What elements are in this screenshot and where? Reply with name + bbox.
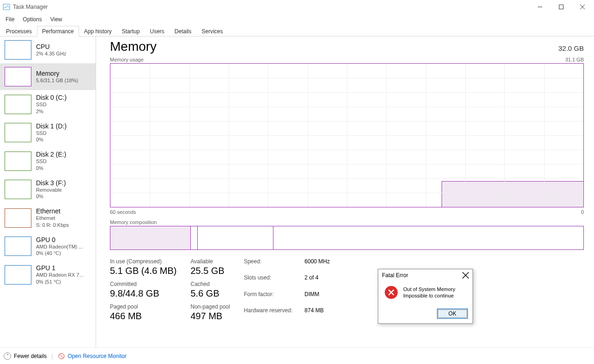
close-button[interactable]: [572, 0, 593, 14]
dialog-close-button[interactable]: [462, 272, 469, 279]
app-title: Task Manager: [13, 4, 48, 10]
sidebar-item-disk-3-f-[interactable]: Disk 3 (F:)Removable0%: [0, 176, 96, 204]
menu-file[interactable]: File: [2, 15, 18, 24]
sidebar-item-sub: SSD: [36, 102, 67, 108]
stat-committed-value: 9.8/44.8 GB: [110, 288, 177, 299]
kv-key: Speed:: [244, 258, 292, 273]
stat-inuse-label: In use (Compressed): [110, 258, 177, 265]
fatal-error-dialog: Fatal Error Out of System Memory Impossi…: [378, 269, 473, 324]
tab-app-history[interactable]: App history: [79, 26, 117, 36]
tab-performance[interactable]: Performance: [37, 26, 79, 36]
sidebar-item-title: GPU 0: [36, 236, 83, 243]
sidebar-item-sub: 2%: [36, 109, 67, 115]
maximize-button[interactable]: [551, 0, 572, 14]
tab-bar: Processes Performance App history Startu…: [0, 25, 594, 36]
kv-value: 2 of 4: [304, 274, 330, 289]
stat-available-value: 25.5 GB: [191, 266, 230, 276]
sidebar-item-sub: 5.6/31.1 GB (18%): [36, 78, 78, 84]
tab-startup[interactable]: Startup: [117, 26, 145, 36]
error-icon: [385, 286, 398, 299]
sidebar-item-title: GPU 1: [36, 264, 84, 272]
sidebar-item-sub: 2% 4.35 GHz: [36, 51, 66, 57]
dialog-message-1: Out of System Memory: [403, 286, 455, 292]
mini-chart: [5, 208, 31, 228]
stat-paged-value: 466 MB: [110, 311, 177, 322]
sidebar-item-sub: 0% (51 °C): [36, 279, 84, 285]
menu-view[interactable]: View: [47, 15, 66, 24]
sidebar-item-sub: SSD: [36, 130, 67, 137]
sidebar-item-disk-2-e-[interactable]: Disk 2 (E:)SSD0%: [0, 147, 96, 176]
open-resource-monitor-link[interactable]: Open Resource Monitor: [58, 352, 127, 360]
svg-rect-2: [559, 5, 564, 9]
stat-paged-label: Paged pool: [110, 303, 177, 310]
mini-chart: [5, 95, 31, 114]
tab-users[interactable]: Users: [145, 26, 169, 36]
sidebar-item-sub: 0% (40 °C): [36, 250, 83, 257]
tab-processes[interactable]: Processes: [1, 26, 37, 36]
memory-usage-chart: [110, 63, 584, 207]
sidebar-item-title: Disk 3 (F:): [36, 179, 66, 187]
sidebar-item-title: CPU: [36, 43, 66, 50]
mini-chart: [5, 152, 31, 171]
mini-chart: [5, 67, 31, 86]
composition-label: Memory composition: [110, 219, 157, 225]
dialog-title: Fatal Error: [382, 272, 408, 279]
memory-pane: Memory 32.0 GB Memory usage 31.1 GB 60 s…: [96, 36, 594, 347]
stat-nonpaged-label: Non-paged pool: [191, 303, 230, 310]
sidebar-item-sub: 0%: [36, 194, 66, 200]
svg-line-6: [60, 354, 63, 358]
tab-services[interactable]: Services: [197, 26, 228, 36]
stat-committed-label: Committed: [110, 281, 177, 287]
sidebar-item-ethernet[interactable]: EthernetEthernetS: 0 R: 0 Kbps: [0, 204, 96, 232]
sidebar-item-disk-1-d-[interactable]: Disk 1 (D:)SSD0%: [0, 119, 96, 147]
sidebar-item-cpu[interactable]: CPU2% 4.35 GHz: [0, 36, 96, 63]
sidebar-item-sub: Ethernet: [36, 215, 69, 222]
kv-value: 6000 MHz: [304, 258, 330, 273]
stat-cached-label: Cached: [191, 281, 230, 287]
sidebar-item-gpu-0[interactable]: GPU 0AMD Radeon(TM) ...0% (40 °C): [0, 232, 96, 261]
footer: ˄ Fewer details | Open Resource Monitor: [0, 347, 594, 364]
minimize-button[interactable]: [529, 0, 551, 14]
chevron-up-icon: ˄: [4, 352, 11, 360]
sidebar-item-title: Disk 1 (D:): [36, 122, 67, 130]
sidebar-item-sub: AMD Radeon(TM) ...: [36, 244, 83, 250]
kv-key: Form factor:: [244, 291, 292, 305]
mini-chart: [5, 180, 31, 199]
sidebar-item-sub: Removable: [36, 187, 66, 194]
sidebar-item-title: Disk 0 (C:): [36, 94, 67, 101]
sidebar-item-sub: AMD Radeon RX 7...: [36, 272, 84, 279]
menu-options[interactable]: Options: [19, 15, 45, 24]
mini-chart: [5, 237, 31, 256]
menu-bar: File Options View: [0, 14, 594, 25]
kv-key: Hardware reserved:: [244, 307, 292, 322]
sidebar-item-sub: S: 0 R: 0 Kbps: [36, 222, 69, 229]
sidebar-item-gpu-1[interactable]: GPU 1AMD Radeon RX 7...0% (51 °C): [0, 261, 96, 289]
sidebar-item-title: Memory: [36, 70, 78, 77]
mini-chart: [5, 40, 31, 60]
page-title: Memory: [110, 39, 157, 54]
sidebar-item-disk-0-c-[interactable]: Disk 0 (C:)SSD2%: [0, 90, 96, 119]
stat-cached-value: 5.6 GB: [191, 288, 230, 299]
memory-stats: In use (Compressed) 5.1 GB (4.6 MB) Comm…: [110, 258, 584, 322]
sidebar-item-sub: 0%: [36, 165, 66, 172]
x-axis-right: 0: [581, 209, 584, 215]
kv-key: Slots used:: [244, 274, 292, 289]
sidebar-item-memory[interactable]: Memory5.6/31.1 GB (18%): [0, 63, 96, 90]
resource-monitor-icon: [58, 352, 65, 360]
sidebar-item-sub: SSD: [36, 158, 66, 165]
dialog-ok-button[interactable]: OK: [437, 309, 468, 319]
kv-value: DIMM: [304, 291, 330, 305]
mini-chart: [5, 265, 31, 285]
sidebar-item-title: Disk 2 (E:): [36, 151, 66, 158]
stat-inuse-value: 5.1 GB (4.6 MB): [110, 266, 177, 276]
usage-chart-max: 31.1 GB: [565, 57, 584, 62]
sidebar-item-title: Ethernet: [36, 207, 69, 215]
mini-chart: [5, 123, 31, 142]
usage-chart-label: Memory usage: [110, 57, 144, 62]
task-manager-icon: [3, 3, 10, 11]
stat-available-label: Available: [191, 258, 230, 265]
kv-value: 874 MB: [304, 307, 330, 322]
x-axis-left: 60 seconds: [110, 209, 136, 215]
tab-details[interactable]: Details: [170, 26, 197, 36]
fewer-details-button[interactable]: ˄ Fewer details: [4, 352, 47, 360]
